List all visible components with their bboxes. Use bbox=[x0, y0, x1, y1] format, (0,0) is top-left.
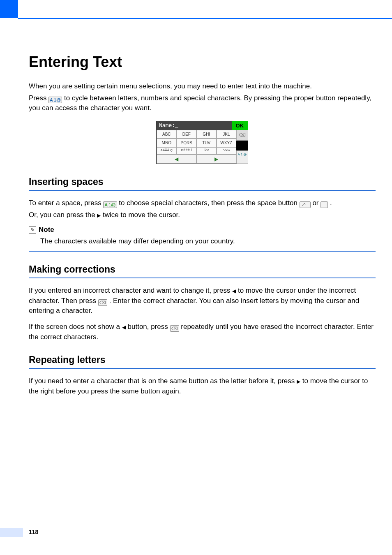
repeating-p1: If you need to enter a character that is… bbox=[29, 376, 376, 396]
right-arrow-icon bbox=[297, 377, 300, 385]
keypad-key: TUV bbox=[196, 139, 217, 147]
keypad-key: ÏÎóõ bbox=[196, 147, 217, 155]
inserting-p1: To enter a space, press A 1@ to choose s… bbox=[29, 198, 376, 208]
keypad-row-2: MNO PQRS TUV WXYZ bbox=[157, 139, 236, 147]
intro-line2: Press A 1@ to cycle between letters, num… bbox=[29, 93, 376, 113]
backspace-icon: ⌫ bbox=[170, 325, 179, 332]
note-bottom-rule bbox=[29, 251, 376, 252]
keypad-header: Name:_ OK bbox=[157, 121, 248, 130]
text: If you entered an incorrect character an… bbox=[29, 287, 232, 294]
footer-accent-bar bbox=[0, 528, 23, 537]
page-number: 118 bbox=[29, 529, 38, 535]
heading-rule bbox=[29, 368, 376, 369]
text: To enter a space, press bbox=[29, 199, 103, 207]
text: or bbox=[312, 199, 321, 207]
text: If you need to enter a character that is… bbox=[29, 377, 297, 385]
note-rule bbox=[59, 230, 376, 230]
heading-rule bbox=[29, 190, 376, 191]
keypad-row-accents: ÄÁÃÂ Ç ËÈÉÊ Í ÏÎóõ öôúù bbox=[157, 147, 236, 155]
backspace-icon: ⌫ bbox=[98, 299, 107, 306]
intro-line1: When you are setting certain menu select… bbox=[29, 81, 376, 92]
repeating-letters-heading: Repeating letters bbox=[29, 354, 376, 365]
page-title: Entering Text bbox=[29, 53, 376, 71]
left-arrow-icon bbox=[122, 323, 126, 331]
keypad-key: MNO bbox=[157, 139, 177, 147]
text: If the screen does not show a bbox=[29, 323, 122, 331]
keypad-key: PQRS bbox=[177, 139, 197, 147]
keypad-key: ÄÁÃÂ Ç bbox=[157, 147, 177, 155]
mode-key-icon: A 1@ bbox=[103, 201, 117, 208]
text: twice to move the cursor. bbox=[103, 211, 180, 219]
intro-line2b: to cycle between letters, numbers and sp… bbox=[29, 94, 371, 112]
heading-rule bbox=[29, 278, 376, 278]
note-text: The characters available may differ depe… bbox=[40, 237, 376, 245]
header-top-rule bbox=[18, 18, 392, 19]
keypad-ok-button: OK bbox=[232, 121, 248, 130]
intro-line2a: Press bbox=[29, 94, 48, 102]
keypad-key: WXYZ bbox=[217, 139, 237, 147]
header-blue-tab bbox=[0, 0, 18, 18]
keypad-key: öôúù bbox=[217, 147, 237, 155]
keypad-nav-left: ◀ bbox=[157, 155, 196, 164]
text: . bbox=[330, 199, 332, 207]
intro-paragraph: When you are setting certain menu select… bbox=[29, 81, 376, 113]
keypad-key: ËÈÉÊ Í bbox=[177, 147, 197, 155]
corrections-p1: If you entered an incorrect character an… bbox=[29, 286, 376, 316]
keypad-side-fill bbox=[236, 141, 248, 150]
keypad-mode-indicator: A 1 @ bbox=[236, 150, 248, 164]
inserting-spaces-heading: Inserting spaces bbox=[29, 176, 376, 187]
text: Or, you can press the bbox=[29, 211, 97, 219]
keypad-side: ⌫ A 1 @ bbox=[236, 130, 248, 164]
inserting-p2: Or, you can press the twice to move the … bbox=[29, 210, 376, 220]
making-corrections-heading: Making corrections bbox=[29, 264, 376, 275]
space-button-2-icon: _ bbox=[321, 201, 328, 208]
keypad-key: ABC bbox=[157, 130, 177, 139]
right-arrow-icon bbox=[97, 211, 101, 219]
keypad-row-1: ABC DEF GHI JKL bbox=[157, 130, 236, 139]
keypad-figure: Name:_ OK ABC DEF GHI JKL MNO PQRS TUV W bbox=[29, 121, 376, 164]
keypad-nav-right: ▶ bbox=[196, 155, 236, 164]
keypad-backspace: ⌫ bbox=[236, 130, 248, 141]
keypad-name-field: Name:_ bbox=[157, 121, 232, 130]
text: button, press bbox=[128, 323, 170, 331]
keypad-grid: ABC DEF GHI JKL MNO PQRS TUV WXYZ ÄÁÃÂ Ç… bbox=[157, 130, 236, 164]
note-header: ✎ Note bbox=[29, 226, 376, 234]
text: to choose special characters, then press… bbox=[119, 199, 299, 207]
keypad-key: JKL bbox=[217, 130, 237, 139]
left-arrow-icon bbox=[232, 287, 236, 294]
note-label: Note bbox=[39, 226, 54, 234]
note-icon: ✎ bbox=[29, 226, 36, 234]
keypad: Name:_ OK ABC DEF GHI JKL MNO PQRS TUV W bbox=[156, 121, 248, 164]
keypad-nav-row: ◀ ▶ bbox=[157, 155, 236, 164]
keypad-key: DEF bbox=[177, 130, 197, 139]
corrections-p2: If the screen does not show a button, pr… bbox=[29, 322, 376, 342]
space-button-1-icon: -^_ bbox=[300, 201, 311, 208]
mode-key-icon: A 1@ bbox=[48, 97, 62, 103]
keypad-key: GHI bbox=[196, 130, 217, 139]
page-content: Entering Text When you are setting certa… bbox=[29, 53, 376, 398]
keypad-body: ABC DEF GHI JKL MNO PQRS TUV WXYZ ÄÁÃÂ Ç… bbox=[157, 130, 248, 164]
